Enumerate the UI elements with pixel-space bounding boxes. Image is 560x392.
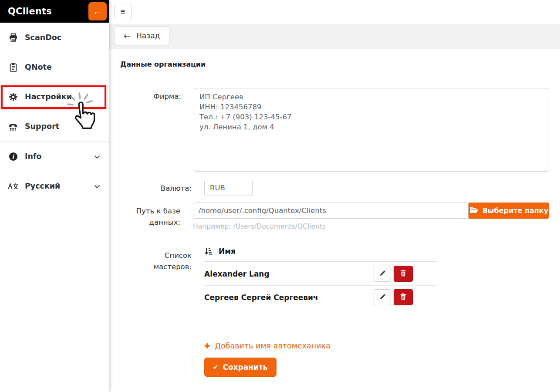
currency-input[interactable] bbox=[204, 180, 253, 196]
column-header-name: Имя bbox=[219, 247, 236, 256]
add-mechanic-label: Добавить имя автомеханика bbox=[215, 341, 330, 350]
sidebar-item-support[interactable]: Support bbox=[0, 112, 109, 141]
add-mechanic-link[interactable]: ✚ Добавить имя автомеханика bbox=[204, 341, 331, 350]
language-icon bbox=[8, 182, 18, 190]
sidebar-item-info[interactable]: i Info bbox=[0, 142, 109, 171]
check-icon: ✔ bbox=[213, 363, 219, 371]
db-path-row: Путь к базе данных: Выберите папку На bbox=[120, 203, 549, 230]
sidebar-item-settings[interactable]: Настройки bbox=[0, 82, 109, 112]
sidebar-item-label: QNote bbox=[25, 63, 52, 71]
masters-row: Список мастеров: Имя Alexander Lang bbox=[120, 247, 549, 309]
db-path-label: Путь к базе данных: bbox=[120, 203, 180, 229]
firm-textarea[interactable]: ИП Сергеев ИНН: 123456789 Тел.: +7 (903)… bbox=[194, 88, 549, 172]
choose-folder-label: Выберите папку bbox=[482, 206, 548, 215]
sidebar-collapse-button[interactable]: ← bbox=[88, 2, 107, 20]
topbar: ≡ bbox=[109, 0, 560, 24]
save-button[interactable]: ✔ Сохранить bbox=[204, 358, 277, 377]
pencil-icon bbox=[379, 294, 386, 301]
app-window: QClients ← ScanDoc QNote Настройки bbox=[0, 0, 560, 392]
sort-amount-down-icon bbox=[204, 247, 213, 256]
section-title: Данные организации bbox=[120, 60, 549, 68]
sidebar-item-qnote[interactable]: QNote bbox=[0, 52, 109, 82]
sidebar-item-label: Support bbox=[25, 122, 59, 131]
info-icon: i bbox=[8, 152, 18, 161]
edit-button[interactable] bbox=[374, 289, 391, 305]
trash-icon bbox=[400, 293, 406, 301]
master-name: Alexander Lang bbox=[204, 270, 374, 278]
main-area: ≡ ← Назад Данные организации Фирма: ИП С… bbox=[109, 0, 560, 392]
gear-icon bbox=[8, 92, 18, 101]
pencil-icon bbox=[379, 270, 386, 278]
folder-open-icon bbox=[469, 206, 478, 215]
table-row: Alexander Lang bbox=[204, 262, 437, 286]
firm-row: Фирма: ИП Сергеев ИНН: 123456789 Тел.: +… bbox=[120, 88, 549, 173]
currency-label: Валюта: bbox=[120, 180, 192, 194]
save-button-label: Сохранить bbox=[223, 363, 268, 372]
clipboard-icon bbox=[8, 63, 18, 72]
firm-label: Фирма: bbox=[120, 88, 181, 102]
masters-table-header[interactable]: Имя bbox=[204, 247, 437, 262]
sidebar: QClients ← ScanDoc QNote Настройки bbox=[0, 0, 109, 392]
masters-table: Имя Alexander Lang bbox=[204, 247, 437, 309]
table-row: Сергеев Сергей Сергеевич bbox=[204, 286, 437, 309]
sidebar-item-label: Настройки bbox=[25, 92, 72, 101]
sidebar-header: QClients ← bbox=[0, 0, 109, 23]
plus-icon: ✚ bbox=[204, 342, 210, 350]
app-title: QClients bbox=[8, 6, 52, 17]
edit-button[interactable] bbox=[374, 266, 391, 282]
form-actions: ✚ Добавить имя автомеханика ✔ Сохранить bbox=[204, 341, 549, 377]
hamburger-menu-button[interactable]: ≡ bbox=[114, 4, 132, 19]
chevron-down-icon bbox=[94, 182, 100, 190]
printer-icon bbox=[8, 33, 18, 42]
db-path-hint: Например: /Users/Documents/QClients bbox=[193, 223, 549, 230]
sidebar-item-label: Info bbox=[25, 152, 42, 161]
currency-row: Валюта: bbox=[120, 180, 549, 196]
delete-button[interactable] bbox=[394, 266, 413, 282]
choose-folder-button[interactable]: Выберите папку bbox=[469, 203, 549, 219]
chevron-down-icon bbox=[94, 152, 100, 161]
db-path-input[interactable] bbox=[193, 203, 469, 219]
delete-button[interactable] bbox=[394, 289, 413, 305]
phone-icon bbox=[8, 122, 18, 131]
organization-form: Фирма: ИП Сергеев ИНН: 123456789 Тел.: +… bbox=[120, 88, 549, 377]
master-name: Сергеев Сергей Сергеевич bbox=[204, 293, 374, 302]
masters-label: Список мастеров: bbox=[120, 247, 192, 273]
arrow-left-icon: ← bbox=[93, 6, 102, 17]
hamburger-icon: ≡ bbox=[120, 7, 125, 16]
back-button[interactable]: ← Назад bbox=[114, 26, 169, 45]
sidebar-item-scandoc[interactable]: ScanDoc bbox=[0, 23, 109, 52]
toolbar: ← Назад bbox=[109, 24, 560, 49]
back-button-label: Назад bbox=[136, 31, 160, 40]
arrow-left-icon: ← bbox=[124, 31, 131, 41]
sidebar-item-label: ScanDoc bbox=[25, 33, 61, 42]
sidebar-item-language[interactable]: Русский bbox=[0, 171, 109, 201]
trash-icon bbox=[400, 270, 406, 278]
sidebar-item-label: Русский bbox=[25, 182, 60, 190]
settings-panel: Данные организации Фирма: ИП Сергеев ИНН… bbox=[109, 49, 560, 377]
